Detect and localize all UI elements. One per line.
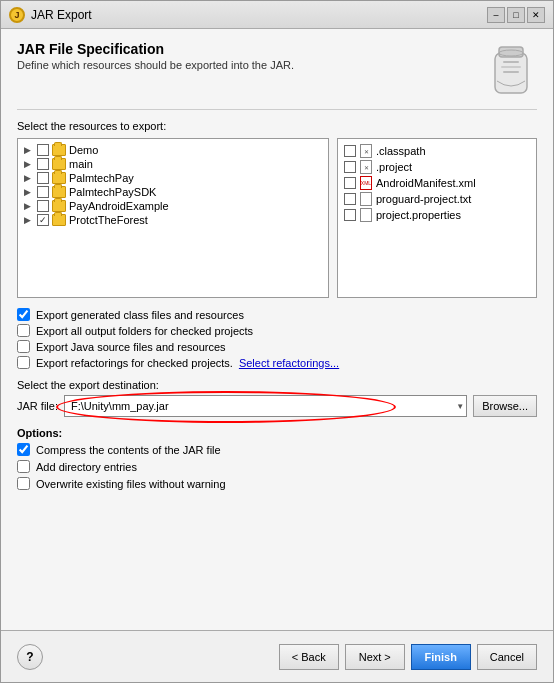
tree-panel[interactable]: ▶ Demo ▶ main ▶ (17, 138, 329, 298)
header-area: JAR File Specification Define which reso… (17, 41, 537, 110)
finish-button[interactable]: Finish (411, 644, 471, 670)
minimize-button[interactable]: – (487, 7, 505, 23)
label-projectprops: project.properties (376, 209, 461, 221)
jar-icon (485, 41, 537, 99)
options-section: Options: Compress the contents of the JA… (17, 427, 537, 490)
label-project: .project (376, 161, 412, 173)
check-classpath[interactable] (344, 145, 356, 157)
export-dest-label: Select the export destination: (17, 379, 537, 391)
cancel-button[interactable]: Cancel (477, 644, 537, 670)
checkbox-export-output[interactable] (17, 324, 30, 337)
check-protcttheforest[interactable] (37, 214, 49, 226)
label-androidmanifest: AndroidManifest.xml (376, 177, 476, 189)
label-demo: Demo (69, 144, 98, 156)
check-row-adddir: Add directory entries (17, 460, 537, 473)
arrow-protcttheforest: ▶ (24, 215, 34, 225)
close-button[interactable]: ✕ (527, 7, 545, 23)
help-button[interactable]: ? (17, 644, 43, 670)
folder-payandroidexample (52, 200, 66, 212)
maximize-button[interactable]: □ (507, 7, 525, 23)
label-export-refactorings: Export refactorings for checked projects… (36, 357, 233, 369)
check-project[interactable] (344, 161, 356, 173)
jar-file-row: JAR file: Browse... (17, 395, 537, 417)
title-bar-left: J JAR Export (9, 7, 92, 23)
folder-palmtechpaysdk (52, 186, 66, 198)
label-main: main (69, 158, 93, 170)
svg-rect-5 (503, 71, 519, 73)
tree-item-demo[interactable]: ▶ Demo (22, 143, 324, 157)
label-classpath: .classpath (376, 145, 426, 157)
label-palmtechpaysdk: PalmtechPaySDK (69, 186, 156, 198)
check-row-overwrite: Overwrite existing files without warning (17, 477, 537, 490)
label-compress: Compress the contents of the JAR file (36, 444, 221, 456)
checkbox-overwrite[interactable] (17, 477, 30, 490)
checkbox-adddir[interactable] (17, 460, 30, 473)
arrow-demo: ▶ (24, 145, 34, 155)
check-androidmanifest[interactable] (344, 177, 356, 189)
tree-item-protcttheforest[interactable]: ▶ ProtctTheForest (22, 213, 324, 227)
file-item-proguard[interactable]: proguard-project.txt (342, 191, 532, 207)
check-palmtechpay[interactable] (37, 172, 49, 184)
file-icon-androidmanifest: XML (360, 176, 372, 190)
check-demo[interactable] (37, 144, 49, 156)
jar-input-wrapper (64, 395, 467, 417)
folder-demo (52, 144, 66, 156)
tree-item-palmtechpaysdk[interactable]: ▶ PalmtechPaySDK (22, 185, 324, 199)
check-row-generated: Export generated class files and resourc… (17, 308, 537, 321)
header-text: JAR File Specification Define which reso… (17, 41, 485, 71)
jar-file-input[interactable] (64, 395, 467, 417)
check-row-compress: Compress the contents of the JAR file (17, 443, 537, 456)
label-palmtechpay: PalmtechPay (69, 172, 134, 184)
file-icon-proguard (360, 192, 372, 206)
checkbox-export-refactorings[interactable] (17, 356, 30, 369)
resource-panels: ▶ Demo ▶ main ▶ (17, 138, 537, 298)
svg-rect-3 (503, 61, 519, 63)
file-item-project[interactable]: ✕ .project (342, 159, 532, 175)
check-projectprops[interactable] (344, 209, 356, 221)
label-overwrite: Overwrite existing files without warning (36, 478, 226, 490)
arrow-palmtechpaysdk: ▶ (24, 187, 34, 197)
bottom-right-buttons: < Back Next > Finish Cancel (279, 644, 537, 670)
checkbox-compress[interactable] (17, 443, 30, 456)
checkbox-export-java[interactable] (17, 340, 30, 353)
label-proguard: proguard-project.txt (376, 193, 471, 205)
label-payandroidexample: PayAndroidExample (69, 200, 169, 212)
file-item-classpath[interactable]: ✕ .classpath (342, 143, 532, 159)
tree-item-payandroidexample[interactable]: ▶ PayAndroidExample (22, 199, 324, 213)
export-checkboxes: Export generated class files and resourc… (17, 308, 537, 369)
check-main[interactable] (37, 158, 49, 170)
file-item-androidmanifest[interactable]: XML AndroidManifest.xml (342, 175, 532, 191)
options-label: Options: (17, 427, 537, 439)
file-icon-project: ✕ (360, 160, 372, 174)
arrow-palmtechpay: ▶ (24, 173, 34, 183)
back-button[interactable]: < Back (279, 644, 339, 670)
check-row-java: Export Java source files and resources (17, 340, 537, 353)
folder-main (52, 158, 66, 170)
checkbox-export-generated[interactable] (17, 308, 30, 321)
tree-item-main[interactable]: ▶ main (22, 157, 324, 171)
resources-section: Select the resources to export: ▶ Demo ▶ (17, 120, 537, 298)
tree-item-palmtechpay[interactable]: ▶ PalmtechPay (22, 171, 324, 185)
title-bar: J JAR Export – □ ✕ (1, 1, 553, 29)
page-description: Define which resources should be exporte… (17, 59, 485, 71)
bottom-bar: ? < Back Next > Finish Cancel (1, 630, 553, 682)
files-panel[interactable]: ✕ .classpath ✕ .project XML AndroidManif… (337, 138, 537, 298)
next-button[interactable]: Next > (345, 644, 405, 670)
arrow-main: ▶ (24, 159, 34, 169)
file-icon-classpath: ✕ (360, 144, 372, 158)
check-palmtechpaysdk[interactable] (37, 186, 49, 198)
export-destination: Select the export destination: JAR file:… (17, 379, 537, 417)
title-controls: – □ ✕ (487, 7, 545, 23)
check-row-refactorings: Export refactorings for checked projects… (17, 356, 537, 369)
label-export-output: Export all output folders for checked pr… (36, 325, 253, 337)
label-protcttheforest: ProtctTheForest (69, 214, 148, 226)
folder-protcttheforest (52, 214, 66, 226)
jar-title-icon: J (9, 7, 25, 23)
select-refactorings-link[interactable]: Select refactorings... (239, 357, 339, 369)
browse-button[interactable]: Browse... (473, 395, 537, 417)
label-export-java: Export Java source files and resources (36, 341, 226, 353)
main-content: JAR File Specification Define which reso… (1, 29, 553, 630)
check-proguard[interactable] (344, 193, 356, 205)
file-item-projectprops[interactable]: project.properties (342, 207, 532, 223)
check-payandroidexample[interactable] (37, 200, 49, 212)
